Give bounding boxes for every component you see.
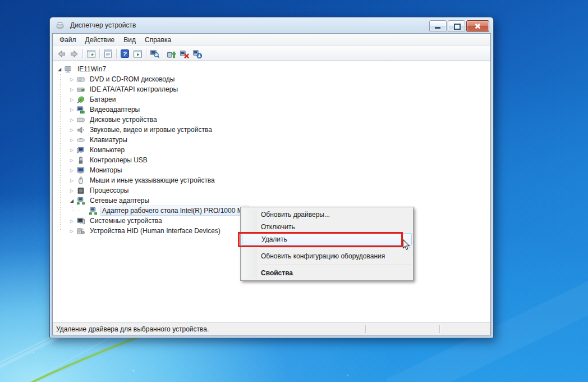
menu-help[interactable]: Справка <box>140 35 176 45</box>
ide-controller-icon <box>76 85 85 94</box>
help-button[interactable]: ? <box>118 47 131 60</box>
scan-hardware-changes-button[interactable] <box>148 47 161 60</box>
expander-collapsed-icon[interactable] <box>68 74 75 85</box>
tree-item-label: Устройства HID (Human Interface Devices) <box>88 226 223 236</box>
tree-item-label: IDE ATA/ATAPI контроллеры <box>88 84 180 94</box>
menu-view[interactable]: Вид <box>119 35 140 45</box>
system-device-icon <box>76 217 85 225</box>
back-button[interactable] <box>55 47 68 60</box>
hid-device-icon <box>76 227 85 235</box>
tree-item-mice[interactable]: Мыши и иные указывающие устройства <box>53 175 490 185</box>
tree-item-label: Процессоры <box>88 185 131 195</box>
status-text: Удаление драйвера для выбранного устройс… <box>56 325 209 333</box>
tree-item-network-adapters[interactable]: Сетевые адаптеры <box>53 195 490 206</box>
usb-controller-icon <box>76 156 85 165</box>
tree-item-video-adapters[interactable]: Видеоадаптеры <box>53 104 490 115</box>
action-pane-icon <box>133 49 143 58</box>
scan-hardware-icon <box>150 49 159 58</box>
expander-collapsed-icon[interactable] <box>68 114 75 125</box>
forward-button[interactable] <box>68 47 81 60</box>
tree-item-usb-controllers[interactable]: Контроллеры USB <box>53 155 490 165</box>
tree-item-label: Мониторы <box>88 165 124 175</box>
toolbar-separator <box>146 49 146 58</box>
tree-item-dvd-drives[interactable]: DVD и CD-ROM дисководы <box>53 74 490 84</box>
keyboard-icon <box>76 136 85 144</box>
video-adapter-icon <box>76 106 85 114</box>
close-button[interactable] <box>466 20 489 32</box>
dvd-drive-icon <box>76 75 85 84</box>
desktop: Диспетчер устройств Файл Действие Вид Сп… <box>0 0 588 382</box>
window-client-area: Файл Действие Вид Справка ? <box>52 33 491 335</box>
status-separator <box>365 325 366 333</box>
expander-collapsed-icon[interactable] <box>68 185 75 196</box>
network-adapter-icon <box>89 207 98 215</box>
device-manager-window: Диспетчер устройств Файл Действие Вид Сп… <box>49 17 494 338</box>
expander-collapsed-icon[interactable] <box>68 134 75 145</box>
tree-item-label: Клавиатуры <box>88 135 130 145</box>
menu-file[interactable]: Файл <box>55 35 81 45</box>
toolbar-separator <box>116 49 117 58</box>
menu-item-scan-hardware[interactable]: Обновить конфигурацию оборудования <box>242 250 412 262</box>
expander-expanded-icon[interactable] <box>68 195 75 206</box>
toolbar-separator <box>82 49 83 58</box>
audio-device-icon <box>76 126 85 134</box>
title-bar[interactable]: Диспетчер устройств <box>50 17 493 33</box>
expander-collapsed-icon[interactable] <box>68 225 75 237</box>
computer-device-icon <box>76 146 85 154</box>
expander-collapsed-icon[interactable] <box>68 165 75 176</box>
expander-collapsed-icon[interactable] <box>68 215 75 226</box>
tree-item-audio-devices[interactable]: Звуковые, видео и игровые устройства <box>53 125 490 135</box>
window-title: Диспетчер устройств <box>70 21 136 29</box>
tree-item-monitors[interactable]: Мониторы <box>53 165 490 175</box>
tree-item-processors[interactable]: Процессоры <box>53 185 490 195</box>
menu-action[interactable]: Действие <box>81 35 120 45</box>
disk-drive-icon <box>76 116 85 124</box>
menu-item-update-drivers[interactable]: Обновить драйверы... <box>242 208 412 221</box>
processor-icon <box>76 187 85 195</box>
tree-item-ide-controllers[interactable]: IDE ATA/ATAPI контроллеры <box>53 84 490 94</box>
tree-item-label: Компьютер <box>88 145 127 155</box>
tree-item-computer[interactable]: Компьютер <box>53 145 490 155</box>
back-icon <box>57 49 66 58</box>
tree-item-batteries[interactable]: Батареи <box>53 94 490 104</box>
disable-device-button[interactable] <box>191 47 204 60</box>
expander-collapsed-icon[interactable] <box>68 84 75 95</box>
mouse-cursor <box>402 239 411 251</box>
svg-text:?: ? <box>123 50 127 57</box>
expander-collapsed-icon[interactable] <box>68 175 75 186</box>
mouse-icon <box>76 176 85 185</box>
toolbar-separator <box>163 49 163 58</box>
restore-button[interactable] <box>448 20 465 32</box>
expander-collapsed-icon[interactable] <box>68 94 75 105</box>
tree-item-label: Системные устройства <box>88 216 164 226</box>
show-action-pane-button[interactable] <box>131 47 144 60</box>
console-tree-icon <box>86 49 96 58</box>
tree-item-label: DVD и CD-ROM дисководы <box>88 74 177 84</box>
expander-collapsed-icon[interactable] <box>68 144 75 156</box>
expander-collapsed-icon[interactable] <box>68 124 75 135</box>
tree-item-label: Видеоадаптеры <box>88 104 142 115</box>
expander-expanded-icon[interactable] <box>56 63 63 75</box>
tree-item-label: Мыши и иные указывающие устройства <box>88 175 217 185</box>
menu-bar: Файл Действие Вид Справка <box>53 34 490 46</box>
menu-item-disable[interactable]: Отключить <box>242 221 412 233</box>
tree-item-keyboards[interactable]: Клавиатуры <box>53 135 490 145</box>
tree-root-ie11win7[interactable]: IE11Win7 <box>53 64 490 74</box>
show-console-tree-button[interactable] <box>85 47 98 60</box>
tree-item-disk-devices[interactable]: Дисковые устройства <box>53 115 490 125</box>
minimize-button[interactable] <box>429 20 447 32</box>
uninstall-device-button[interactable] <box>178 47 191 60</box>
expander-collapsed-icon[interactable] <box>68 104 75 115</box>
tree-item-label-selected: Адаптер рабочего стола Intel(R) PRO/1000… <box>100 206 249 216</box>
toolbar: ? <box>53 46 490 61</box>
help-icon: ? <box>120 49 130 58</box>
expander-collapsed-icon[interactable] <box>68 154 75 166</box>
menu-separator <box>260 247 411 248</box>
tree-item-label: IE11Win7 <box>75 64 108 74</box>
computer-icon <box>64 65 73 74</box>
tree-item-label: Звуковые, видео и игровые устройства <box>88 125 214 135</box>
properties-button[interactable] <box>102 47 114 60</box>
menu-item-properties[interactable]: Свойства <box>242 267 412 279</box>
menu-separator <box>260 264 411 265</box>
update-driver-button[interactable] <box>165 47 178 60</box>
